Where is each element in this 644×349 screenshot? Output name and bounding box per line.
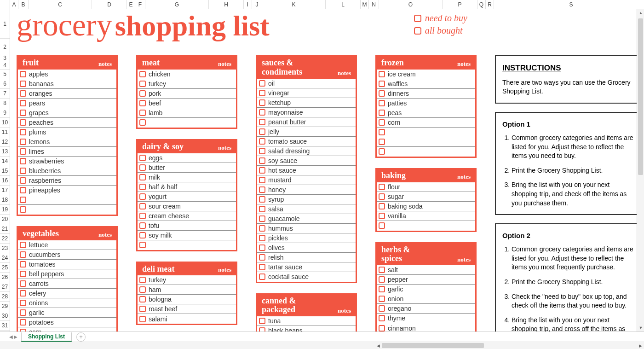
worksheet[interactable]: grocery shopping list need to buy all bo… bbox=[10, 9, 644, 332]
list-item[interactable]: vinegar bbox=[257, 88, 356, 98]
checkbox-icon[interactable] bbox=[139, 242, 146, 248]
list-item[interactable]: strawberries bbox=[18, 157, 116, 166]
row-header-3[interactable]: 3 bbox=[0, 55, 10, 61]
list-item[interactable]: pineapples bbox=[18, 186, 116, 195]
checkbox-icon[interactable] bbox=[20, 197, 26, 203]
row-header-20[interactable]: 20 bbox=[0, 215, 10, 224]
list-item[interactable] bbox=[377, 221, 475, 231]
checkbox-icon[interactable] bbox=[139, 164, 146, 171]
row-header-15[interactable]: 15 bbox=[0, 166, 10, 176]
list-item[interactable]: celery bbox=[18, 289, 116, 298]
checkbox-icon[interactable] bbox=[20, 309, 26, 316]
checkbox-icon[interactable] bbox=[379, 213, 385, 219]
checkbox-icon[interactable] bbox=[20, 206, 26, 213]
column-header-p[interactable]: P bbox=[443, 0, 477, 9]
list-item[interactable]: salt bbox=[377, 265, 475, 275]
list-item[interactable]: ice cream bbox=[377, 70, 475, 79]
list-item[interactable]: salsa bbox=[257, 204, 356, 214]
list-item[interactable]: bananas bbox=[18, 79, 116, 89]
list-item[interactable]: cocktail sauce bbox=[257, 272, 356, 282]
checkbox-icon[interactable] bbox=[259, 177, 265, 183]
row-header-14[interactable]: 14 bbox=[0, 157, 10, 166]
list-item[interactable]: hot sauce bbox=[257, 166, 356, 175]
list-item[interactable]: pepper bbox=[377, 275, 475, 285]
list-item[interactable] bbox=[377, 137, 475, 147]
list-item[interactable]: butter bbox=[138, 163, 236, 173]
row-header-16[interactable]: 16 bbox=[0, 176, 10, 186]
checkbox-icon[interactable] bbox=[259, 235, 265, 241]
checkbox-icon[interactable] bbox=[20, 177, 26, 184]
checkbox-icon[interactable] bbox=[259, 80, 265, 87]
list-item[interactable]: mustard bbox=[257, 175, 356, 185]
checkbox-icon[interactable] bbox=[20, 71, 26, 77]
checkbox-icon[interactable] bbox=[20, 319, 26, 326]
list-item[interactable] bbox=[138, 240, 236, 250]
checkbox-icon[interactable] bbox=[414, 15, 421, 22]
list-item[interactable]: onion bbox=[377, 294, 475, 304]
row-header-2[interactable]: 2 bbox=[0, 39, 10, 55]
list-item[interactable]: turkey bbox=[138, 79, 236, 89]
checkbox-icon[interactable] bbox=[259, 318, 265, 324]
tab-nav[interactable]: ◀ ▶ bbox=[9, 334, 17, 339]
row-header-19[interactable]: 19 bbox=[0, 205, 10, 215]
checkbox-icon[interactable] bbox=[259, 273, 265, 280]
scroll-right-arrow[interactable]: ▶ bbox=[637, 342, 644, 349]
row-header-31[interactable]: 31 bbox=[0, 321, 10, 331]
row-header-5[interactable]: 5 bbox=[0, 70, 10, 79]
checkbox-icon[interactable] bbox=[379, 184, 385, 190]
checkbox-icon[interactable] bbox=[20, 300, 26, 306]
list-item[interactable]: lamb bbox=[138, 108, 236, 118]
list-item[interactable]: raspberries bbox=[18, 176, 116, 186]
list-item[interactable]: oil bbox=[257, 79, 356, 88]
list-item[interactable]: garlic bbox=[377, 285, 475, 294]
list-item[interactable]: potatoes bbox=[18, 318, 116, 327]
list-item[interactable]: oregano bbox=[377, 304, 475, 314]
checkbox-icon[interactable] bbox=[259, 215, 265, 222]
row-header-21[interactable]: 21 bbox=[0, 224, 10, 234]
row-header-29[interactable]: 29 bbox=[0, 302, 10, 311]
checkbox-icon[interactable] bbox=[20, 81, 26, 87]
checkbox-icon[interactable] bbox=[259, 167, 265, 174]
checkbox-icon[interactable] bbox=[259, 225, 265, 232]
list-item[interactable]: hummus bbox=[257, 224, 356, 233]
list-item[interactable]: pork bbox=[138, 89, 236, 99]
checkbox-icon[interactable] bbox=[20, 187, 26, 193]
row-header-4[interactable]: 4 bbox=[0, 61, 10, 70]
checkbox-icon[interactable] bbox=[259, 264, 265, 270]
row-header-23[interactable]: 23 bbox=[0, 244, 10, 253]
list-item[interactable]: corn bbox=[18, 327, 116, 332]
list-item[interactable]: pears bbox=[18, 99, 116, 108]
list-item[interactable]: pickles bbox=[257, 233, 356, 243]
checkbox-icon[interactable] bbox=[259, 119, 265, 125]
checkbox-icon[interactable] bbox=[20, 90, 26, 97]
list-item[interactable]: honey bbox=[257, 185, 356, 195]
checkbox-icon[interactable] bbox=[139, 316, 146, 322]
list-item[interactable]: soy sauce bbox=[257, 156, 356, 166]
column-header-c[interactable]: C bbox=[29, 0, 92, 9]
row-header-28[interactable]: 28 bbox=[0, 292, 10, 302]
checkbox-icon[interactable] bbox=[139, 232, 146, 238]
list-item[interactable]: baking soda bbox=[377, 202, 475, 211]
list-item[interactable]: peaches bbox=[18, 118, 116, 128]
checkbox-icon[interactable] bbox=[259, 99, 265, 106]
row-header-7[interactable]: 7 bbox=[0, 89, 10, 99]
checkbox-icon[interactable] bbox=[379, 276, 385, 283]
column-header-n[interactable]: N bbox=[369, 0, 379, 9]
list-item[interactable]: relish bbox=[257, 253, 356, 262]
list-item[interactable] bbox=[138, 118, 236, 128]
checkbox-icon[interactable] bbox=[379, 119, 385, 126]
tab-first-icon[interactable]: ◀ bbox=[9, 334, 13, 339]
checkbox-icon[interactable] bbox=[259, 244, 265, 251]
column-header-q[interactable]: Q bbox=[477, 0, 486, 9]
list-item[interactable]: tomato sauce bbox=[257, 137, 356, 146]
checkbox-icon[interactable] bbox=[259, 196, 265, 203]
column-header-g[interactable]: G bbox=[145, 0, 209, 9]
list-item[interactable]: tomatoes bbox=[18, 260, 116, 269]
checkbox-icon[interactable] bbox=[139, 277, 146, 283]
row-header-8[interactable]: 8 bbox=[0, 99, 10, 108]
checkbox-icon[interactable] bbox=[259, 138, 265, 145]
row-header-26[interactable]: 26 bbox=[0, 273, 10, 282]
row-header-12[interactable]: 12 bbox=[0, 137, 10, 147]
checkbox-icon[interactable] bbox=[414, 27, 421, 35]
row-header-27[interactable]: 27 bbox=[0, 282, 10, 292]
